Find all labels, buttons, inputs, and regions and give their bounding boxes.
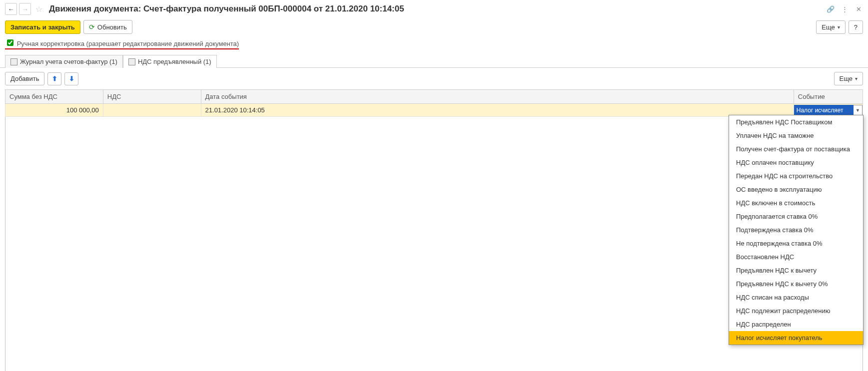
tab-label: Журнал учета счетов-фактур (1) <box>20 58 117 65</box>
table-row[interactable]: 100 000,00 21.01.2020 10:14:05 Налог исч… <box>5 104 863 117</box>
dropdown-item[interactable]: Восстановлен НДС <box>729 250 863 264</box>
page-title: Движения документа: Счет-фактура получен… <box>49 4 824 14</box>
favorite-star-icon[interactable]: ☆ <box>33 3 45 15</box>
save-close-button[interactable]: Записать и закрыть <box>5 20 80 34</box>
event-dropdown-toggle[interactable]: ▼ <box>854 105 863 116</box>
data-grid: Сумма без НДС НДС Дата события Событие 1… <box>5 89 863 117</box>
dropdown-item[interactable]: Предполагается ставка 0% <box>729 210 863 223</box>
dropdown-item[interactable]: НДС включен в стоимость <box>729 196 863 210</box>
add-button[interactable]: Добавить <box>5 72 44 85</box>
col-event-header[interactable]: Событие <box>794 90 863 104</box>
dropdown-item[interactable]: Налог исчисляет покупатель <box>729 331 863 345</box>
nav-forward-button[interactable]: → <box>19 3 31 15</box>
tab-nds[interactable]: НДС предъявленный (1) <box>123 55 217 68</box>
tab-bar: Журнал учета счетов-фактур (1) НДС предъ… <box>0 54 868 68</box>
dropdown-item[interactable]: Подтверждена ставка 0% <box>729 223 863 237</box>
tab-journal[interactable]: Журнал учета счетов-фактур (1) <box>5 55 123 68</box>
col-date-header[interactable]: Дата события <box>201 90 794 104</box>
event-dropdown-list: Предъявлен НДС ПоставщикомУплачен НДС на… <box>729 115 864 345</box>
close-icon[interactable]: ✕ <box>854 5 863 13</box>
dropdown-item[interactable]: НДС распределен <box>729 318 863 331</box>
dropdown-item[interactable]: НДС оплачен поставщику <box>729 156 863 169</box>
nav-back-button[interactable]: ← <box>5 3 17 15</box>
grid-icon <box>10 58 17 65</box>
header-controls: 🔗 ⋮ ✕ <box>826 5 863 13</box>
manual-edit-row: Ручная корректировка (разрешает редактир… <box>0 36 868 52</box>
move-up-button[interactable]: ⬆ <box>47 72 61 85</box>
cell-event[interactable]: Налог исчисляет ▼ Предъявлен НДС Поставщ… <box>794 104 863 117</box>
window-header: ← → ☆ Движения документа: Счет-фактура п… <box>0 0 868 18</box>
cell-sum[interactable]: 100 000,00 <box>5 104 103 117</box>
col-nds-header[interactable]: НДС <box>103 90 201 104</box>
dropdown-item[interactable]: Передан НДС на строительство <box>729 169 863 183</box>
dropdown-item[interactable]: Предъявлен НДС Поставщиком <box>729 115 863 129</box>
cell-date[interactable]: 21.01.2020 10:14:05 <box>201 104 794 117</box>
link-icon[interactable]: 🔗 <box>826 5 835 13</box>
dropdown-item[interactable]: ОС введено в эксплуатацию <box>729 183 863 196</box>
dropdown-item[interactable]: Получен счет-фактура от поставщика <box>729 142 863 156</box>
cell-nds[interactable] <box>103 104 201 117</box>
header-row: Сумма без НДС НДС Дата события Событие <box>5 90 863 104</box>
manual-edit-checkbox[interactable] <box>7 39 13 46</box>
menu-dots-icon[interactable]: ⋮ <box>840 5 849 13</box>
dropdown-item[interactable]: НДС списан на расходы <box>729 291 863 304</box>
event-input[interactable]: Налог исчисляет <box>794 105 854 116</box>
dropdown-item[interactable]: Не подтверждена ставка 0% <box>729 237 863 250</box>
manual-edit-label: Ручная корректировка (разрешает редактир… <box>17 40 239 47</box>
sub-more-button[interactable]: Еще <box>834 72 863 85</box>
dropdown-item[interactable]: Предъявлен НДС к вычету 0% <box>729 277 863 291</box>
main-toolbar: Записать и закрыть ⟳ Обновить Еще ? <box>0 18 868 36</box>
help-button[interactable]: ? <box>849 20 863 34</box>
move-down-button[interactable]: ⬇ <box>64 72 78 85</box>
dropdown-item[interactable]: Уплачен НДС на таможне <box>729 129 863 142</box>
tab-content: Добавить ⬆ ⬇ Еще Сумма без НДС НДС Дата … <box>0 68 868 371</box>
tab-label: НДС предъявленный (1) <box>138 58 211 65</box>
dropdown-item[interactable]: НДС подлежит распределению <box>729 304 863 318</box>
refresh-label: Обновить <box>97 23 127 31</box>
dropdown-item[interactable]: Предъявлен НДС к вычету <box>729 264 863 277</box>
more-button[interactable]: Еще <box>816 20 845 34</box>
grid-icon <box>128 58 135 65</box>
refresh-button[interactable]: ⟳ Обновить <box>83 20 132 34</box>
col-sum-header[interactable]: Сумма без НДС <box>5 90 103 104</box>
refresh-icon: ⟳ <box>89 23 95 31</box>
sub-toolbar: Добавить ⬆ ⬇ Еще <box>5 72 863 85</box>
event-editor: Налог исчисляет ▼ <box>794 105 863 116</box>
